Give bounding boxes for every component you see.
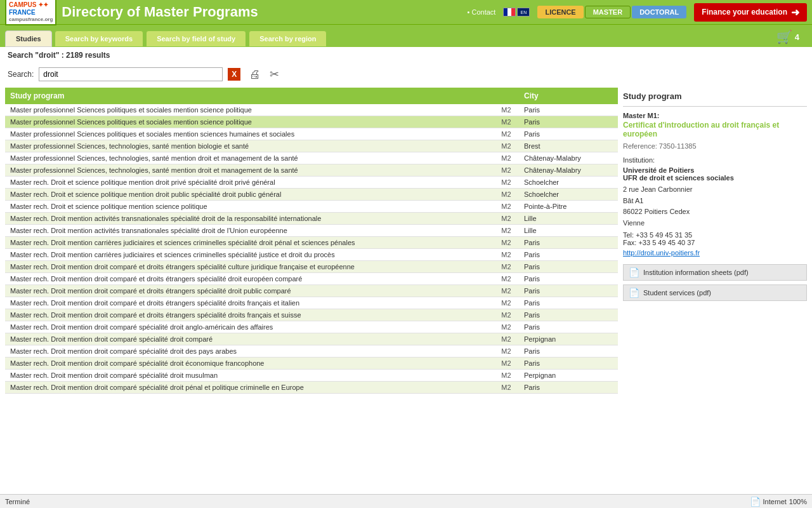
program-cell: Master rech. Droit mention activités tra… (5, 225, 494, 237)
city-cell: Paris (519, 273, 608, 285)
scroll-cell (608, 116, 618, 128)
table-row[interactable]: Master rech. Droit mention droit comparé… (5, 370, 618, 382)
level-cell: M2 (494, 382, 519, 394)
print-icon[interactable]: 🖨 (249, 68, 261, 81)
detail-panel: Study program Master M1: Certificat d'in… (623, 88, 807, 394)
table-row[interactable]: Master professionnel Sciences, technolog… (5, 164, 618, 177)
scroll-cell (608, 285, 618, 297)
city-cell: Perpignan (519, 333, 608, 345)
pdf-icon-institution: 📄 (629, 267, 639, 277)
table-row[interactable]: Master professionnel Sciences politiques… (5, 116, 618, 128)
student-services-label: Student services (pdf) (643, 289, 711, 297)
city-cell: Paris (519, 285, 608, 297)
student-services-button[interactable]: 📄 Student services (pdf) (623, 284, 807, 301)
level-cell: M2 (494, 104, 519, 116)
table-row[interactable]: Master professionnel Sciences politiques… (5, 128, 618, 140)
lang-flags: EN (503, 8, 530, 17)
city-cell: Paris (519, 116, 608, 128)
level-cell: M2 (494, 177, 519, 189)
program-cell: Master rech. Droit mention droit comparé… (5, 345, 494, 358)
master-button[interactable]: MASTER (585, 6, 631, 18)
table-row[interactable]: Master rech. Droit mention activités tra… (5, 225, 618, 237)
table-row[interactable]: Master rech. Droit mention activités tra… (5, 213, 618, 225)
detail-url[interactable]: http://droit.univ-poitiers.fr (623, 249, 807, 257)
detail-program-level: Master M1: (623, 112, 807, 119)
level-cell: M2 (494, 140, 519, 152)
table-row[interactable]: Master rech. Droit et science politique … (5, 177, 618, 189)
city-cell: Paris (519, 321, 608, 333)
city-cell: Paris (519, 297, 608, 309)
detail-address: 2 rue Jean Carbonnier Bât A1 86022 Poiti… (623, 184, 807, 229)
table-row[interactable]: Master rech. Droit et science politique … (5, 201, 618, 213)
flag-en[interactable]: EN (517, 8, 530, 17)
program-cell: Master rech. Droit mention droit comparé… (5, 333, 494, 345)
scroll-cell (608, 201, 618, 213)
cart-count: 4 (795, 32, 799, 42)
table-row[interactable]: Master professionnel Sciences, technolog… (5, 140, 618, 152)
pdf-icon-student: 📄 (629, 288, 639, 298)
table-row[interactable]: Master rech. Droit mention droit comparé… (5, 261, 618, 273)
tab-keywords[interactable]: Search by keywords (55, 30, 143, 47)
level-cell: M2 (494, 164, 519, 177)
institution-sheets-button[interactable]: 📄 Institution information sheets (pdf) (623, 264, 807, 281)
level-cell: M2 (494, 249, 519, 261)
detail-program-name: Certificat d'introduction au droit franç… (623, 121, 807, 138)
tab-studies[interactable]: Studies (5, 30, 52, 47)
table-row[interactable]: Master rech. Droit mention droit comparé… (5, 285, 618, 297)
licence-button[interactable]: LICENCE (537, 6, 583, 18)
city-cell: Paris (519, 309, 608, 321)
table-row[interactable]: Master rech. Droit mention carrières jud… (5, 249, 618, 261)
level-cell: M2 (494, 309, 519, 321)
scroll-cell (608, 225, 618, 237)
flag-fr[interactable] (503, 8, 516, 17)
detail-department: UFR de droit et sciences sociales (623, 174, 807, 182)
level-cell: M2 (494, 370, 519, 382)
program-cell: Master rech. Droit mention droit comparé… (5, 297, 494, 309)
address-line3: 86022 Poitiers Cedex (623, 208, 690, 215)
scroll-cell (608, 249, 618, 261)
logo-france: FRANCE (9, 9, 36, 16)
level-cell: M2 (494, 201, 519, 213)
city-cell: Paris (519, 249, 608, 261)
contact-link[interactable]: • Contact (468, 8, 496, 16)
program-cell: Master rech. Droit mention droit comparé… (5, 358, 494, 370)
level-cell: M2 (494, 237, 519, 249)
table-row[interactable]: Master rech. Droit et science politique … (5, 189, 618, 201)
col-program-header: Study program (5, 88, 494, 104)
scroll-cell (608, 309, 618, 321)
table-row[interactable]: Master rech. Droit mention droit comparé… (5, 333, 618, 345)
favorites-icon[interactable]: ✂ (270, 67, 279, 81)
table-row[interactable]: Master professionnel Sciences, technolog… (5, 152, 618, 164)
level-cell: M2 (494, 358, 519, 370)
tab-field[interactable]: Search by field of study (146, 30, 246, 47)
table-row[interactable]: Master rech. Droit mention droit comparé… (5, 345, 618, 358)
cart-area: 🛒 4 (776, 29, 799, 44)
table-row[interactable]: Master rech. Droit mention droit comparé… (5, 358, 618, 370)
finance-button[interactable]: Finance your education ➜ (694, 3, 807, 22)
col-level-header (494, 88, 519, 104)
program-cell: Master rech. Droit mention droit comparé… (5, 370, 494, 382)
scroll-cell (608, 273, 618, 285)
level-cell: M2 (494, 189, 519, 201)
table-row[interactable]: Master rech. Droit mention droit comparé… (5, 309, 618, 321)
table-row[interactable]: Master rech. Droit mention droit comparé… (5, 297, 618, 309)
search-input[interactable] (39, 67, 223, 81)
doctoral-button[interactable]: DOCTORAL (632, 6, 686, 18)
level-cell: M2 (494, 345, 519, 358)
search-clear-button[interactable]: X (228, 68, 240, 81)
city-cell: Châtenay-Malabry (519, 164, 608, 177)
table-row[interactable]: Master rech. Droit mention droit comparé… (5, 321, 618, 333)
city-cell: Lille (519, 213, 608, 225)
address-line2: Bât A1 (623, 197, 643, 204)
tab-region[interactable]: Search by region (249, 30, 327, 47)
scroll-cell (608, 370, 618, 382)
table-row[interactable]: Master rech. Droit mention droit comparé… (5, 273, 618, 285)
table-row[interactable]: Master professionnel Sciences politiques… (5, 104, 618, 116)
level-cell: M2 (494, 321, 519, 333)
table-row[interactable]: Master rech. Droit mention carrières jud… (5, 237, 618, 249)
table-row[interactable]: Master rech. Droit mention droit comparé… (5, 382, 618, 394)
scroll-cell (608, 321, 618, 333)
detail-university: Université de Poitiers (623, 166, 807, 174)
logo: CAMPUS ✦✦ FRANCE campusfrance.org (5, 0, 56, 25)
level-buttons: LICENCE MASTER DOCTORAL (537, 6, 686, 18)
